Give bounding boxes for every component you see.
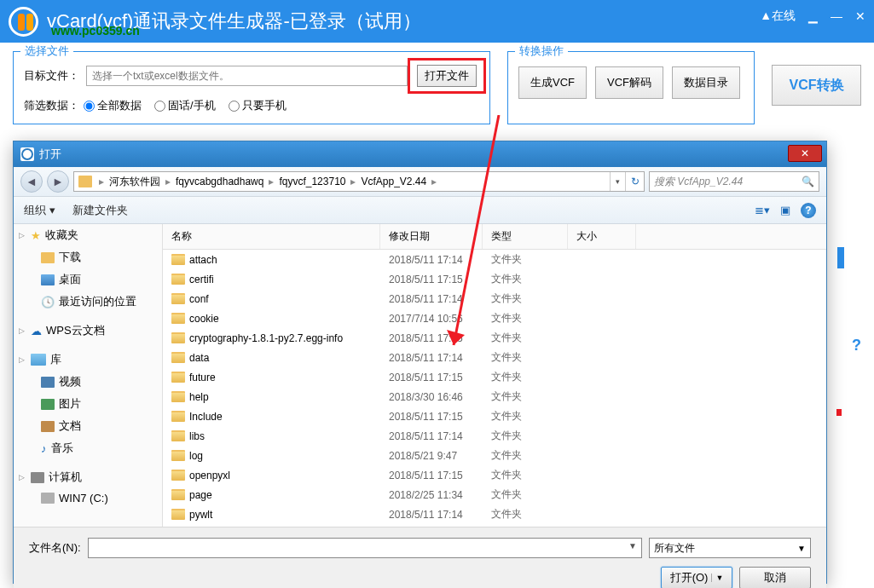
vcf-convert-button[interactable]: VCF转换 [772, 65, 861, 106]
filename-dropdown-icon[interactable]: ▼ [628, 541, 637, 551]
nav-forward-button[interactable]: ► [47, 170, 69, 193]
sidebar-downloads[interactable]: 下载 [14, 246, 162, 268]
col-type[interactable]: 类型 [483, 224, 568, 249]
minimize-button[interactable]: — [831, 9, 842, 23]
sidebar-pictures[interactable]: 图片 [14, 393, 162, 415]
new-folder-button[interactable]: 新建文件夹 [72, 203, 128, 218]
folder-icon [171, 372, 185, 383]
folder-icon [171, 293, 185, 304]
file-list-header: 名称 修改日期 类型 大小 [163, 224, 826, 250]
filter-landline-radio[interactable]: 固话/手机 [154, 98, 216, 113]
watermark-text: www.pc0359.cn [51, 24, 140, 37]
generate-vcf-button[interactable]: 生成VCF [518, 66, 587, 99]
col-size[interactable]: 大小 [568, 224, 636, 249]
folder-icon [171, 313, 185, 324]
file-row[interactable]: page2018/2/25 11:34文件夹 [163, 485, 826, 504]
folder-icon [171, 430, 185, 441]
organize-menu[interactable]: 组织 ▾ [24, 203, 55, 218]
nav-back-button[interactable]: ◄ [20, 170, 43, 193]
sidebar-music[interactable]: ♪音乐 [14, 437, 162, 459]
file-row[interactable]: Include2018/5/11 17:15文件夹 [163, 406, 826, 426]
convert-ops-group: 转换操作 生成VCF VCF解码 数据目录 [507, 51, 755, 124]
search-icon: 🔍 [802, 176, 814, 187]
filename-label: 文件名(N): [29, 540, 81, 556]
sidebar-favorites-header[interactable]: ★收藏夹 [14, 224, 162, 246]
dialog-title-bar: 打开 ✕ [14, 141, 826, 167]
data-dir-button[interactable]: 数据目录 [672, 66, 740, 99]
breadcrumb-item[interactable]: fqyvcf_123710 [276, 176, 348, 187]
dialog-open-button[interactable]: 打开(O)▼ [661, 567, 732, 588]
dialog-body: ★收藏夹 下载 桌面 🕓最近访问的位置 ☁WPS云文档 库 视频 图片 文档 ♪… [14, 224, 826, 527]
file-row[interactable]: log2018/5/21 9:47文件夹 [163, 446, 826, 465]
folder-icon [171, 391, 185, 402]
open-file-highlight: 打开文件 [408, 58, 486, 94]
breadcrumb-dropdown-icon[interactable]: ▾ [610, 172, 625, 191]
vcf-convert-group: VCF转换 [772, 51, 861, 124]
sidebar-documents[interactable]: 文档 [14, 415, 162, 437]
dialog-title: 打开 [39, 147, 61, 162]
filter-label: 筛选数据： [24, 98, 79, 113]
settings-icon[interactable]: ▁ [808, 9, 818, 23]
folder-icon [171, 509, 185, 520]
sidebar-drive-c[interactable]: WIN7 (C:) [14, 488, 162, 508]
open-file-button[interactable]: 打开文件 [417, 65, 477, 87]
folder-icon [171, 489, 185, 500]
breadcrumb-item[interactable]: 河东软件园 [107, 175, 163, 189]
filetype-select[interactable]: 所有文件▼ [649, 538, 811, 558]
sidebar-computer-header[interactable]: 计算机 [14, 466, 162, 488]
folder-icon [171, 411, 185, 422]
file-row[interactable]: selenium2018/5/11 17:15文件夹 [163, 524, 826, 527]
search-input[interactable]: 搜索 VcfApp_V2.44 🔍 [649, 171, 819, 192]
dialog-footer: 文件名(N): ▼ 所有文件▼ 打开(O)▼ 取消 [14, 527, 826, 588]
online-status[interactable]: ▲在线 [760, 9, 796, 24]
breadcrumb-item[interactable]: fqyvcabgdhadhawq [173, 176, 266, 187]
sidebar-wps-cloud[interactable]: ☁WPS云文档 [14, 320, 162, 342]
folder-icon [171, 274, 185, 285]
breadcrumb-item[interactable]: VcfApp_V2.44 [358, 176, 429, 187]
filter-all-radio[interactable]: 全部数据 [84, 98, 142, 113]
sidebar-desktop[interactable]: 桌面 [14, 268, 162, 291]
folder-icon [171, 470, 185, 481]
sidebar-videos[interactable]: 视频 [14, 371, 162, 393]
dialog-close-button[interactable]: ✕ [788, 145, 822, 162]
select-file-group: 选择文件 目标文件： 打开文件 筛选数据： 全部数据 固话/手机 只要手机 [13, 51, 490, 124]
refresh-button[interactable]: ↻ [625, 172, 644, 191]
partial-red-element [836, 409, 842, 416]
help-button-icon[interactable]: ? [801, 203, 816, 218]
convert-ops-legend: 转换操作 [515, 43, 568, 59]
view-options-icon[interactable]: ≣▾ [755, 204, 770, 216]
folder-icon [171, 450, 185, 461]
file-row[interactable]: conf2018/5/11 17:14文件夹 [163, 289, 826, 308]
file-row[interactable]: attach2018/5/11 17:14文件夹 [163, 250, 826, 269]
col-date[interactable]: 修改日期 [380, 224, 483, 249]
decode-vcf-button[interactable]: VCF解码 [595, 66, 663, 99]
file-row[interactable]: help2018/3/30 16:46文件夹 [163, 387, 826, 406]
file-row[interactable]: certifi2018/5/11 17:15文件夹 [163, 269, 826, 289]
content-area: 选择文件 目标文件： 打开文件 筛选数据： 全部数据 固话/手机 只要手机 [0, 43, 874, 133]
close-button[interactable]: ✕ [855, 9, 865, 23]
sidebar-recent[interactable]: 🕓最近访问的位置 [14, 291, 162, 313]
dialog-cancel-button[interactable]: 取消 [739, 567, 811, 588]
file-row[interactable]: cookie2017/7/14 10:56文件夹 [163, 308, 826, 328]
preview-pane-icon[interactable]: ▣ [780, 204, 790, 216]
app-logo-icon [9, 7, 38, 37]
filter-mobile-radio[interactable]: 只要手机 [229, 98, 287, 113]
title-bar: vCard(vcf)通讯录文件生成器-已登录（试用） www.pc0359.cn… [0, 0, 874, 43]
file-row[interactable]: future2018/5/11 17:15文件夹 [163, 367, 826, 387]
file-row[interactable]: openpyxl2018/5/11 17:15文件夹 [163, 465, 826, 485]
sidebar-libraries-header[interactable]: 库 [14, 349, 162, 371]
col-name[interactable]: 名称 [163, 224, 380, 249]
help-icon[interactable]: ? [852, 337, 861, 355]
target-file-label: 目标文件： [24, 68, 79, 84]
file-row[interactable]: data2018/5/11 17:14文件夹 [163, 348, 826, 367]
partial-element [837, 247, 844, 268]
breadcrumb[interactable]: ▸ 河东软件园 ▸ fqyvcabgdhadhawq ▸ fqyvcf_1237… [73, 171, 645, 192]
file-row[interactable]: cryptography-1.8.1-py2.7.egg-info2018/5/… [163, 328, 826, 348]
file-row[interactable]: libs2018/5/11 17:14文件夹 [163, 426, 826, 446]
sidebar: ★收藏夹 下载 桌面 🕓最近访问的位置 ☁WPS云文档 库 视频 图片 文档 ♪… [14, 224, 163, 527]
file-row[interactable]: pywlt2018/5/11 17:14文件夹 [163, 504, 826, 524]
file-list: 名称 修改日期 类型 大小 attach2018/5/11 17:14文件夹ce… [163, 224, 826, 527]
target-file-input[interactable] [86, 66, 408, 86]
filename-input[interactable] [88, 538, 642, 558]
dialog-icon [20, 147, 34, 161]
